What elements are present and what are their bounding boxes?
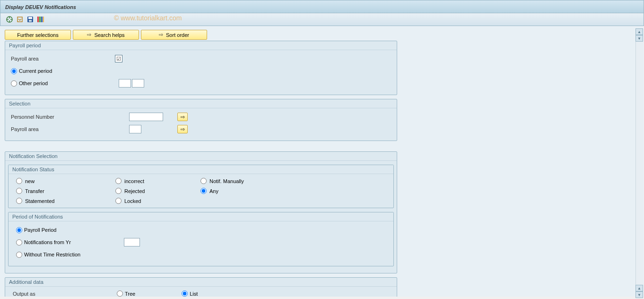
status-statemented-label: Statemented	[25, 198, 54, 204]
other-period-input-1[interactable]	[119, 79, 131, 88]
execute-icon[interactable]	[5, 15, 14, 24]
further-selections-button[interactable]: Further selections	[5, 30, 71, 40]
period-payroll-radio[interactable]	[16, 227, 22, 233]
status-statemented-radio[interactable]	[16, 198, 22, 204]
save-icon[interactable]	[26, 15, 35, 24]
org-structure-icon[interactable]	[36, 15, 45, 24]
selection-group: Selection Personnel Number ⇨ Payroll are…	[5, 99, 397, 141]
personnel-number-label: Personnel Number	[11, 114, 129, 120]
status-transfer-label: Transfer	[25, 188, 44, 194]
personnel-number-multiple-button[interactable]: ⇨	[177, 113, 188, 121]
search-helps-button[interactable]: ⇨ Search helps	[73, 30, 139, 40]
search-helps-label: Search helps	[94, 32, 124, 38]
other-period-radio[interactable]	[11, 80, 17, 87]
status-any-radio[interactable]	[200, 188, 207, 194]
period-without-restriction-label: Without Time Restriction	[24, 252, 80, 257]
selection-title: Selection	[5, 99, 397, 108]
status-new-label: new	[25, 178, 35, 184]
status-locked-label: Locked	[124, 198, 141, 204]
output-tree-radio[interactable]	[117, 290, 123, 297]
period-of-notifications-group: Period of Notifications Payroll Period N…	[8, 212, 394, 266]
period-from-yr-label: Notifications from Yr	[24, 239, 71, 245]
other-period-input-2[interactable]	[132, 79, 144, 88]
svg-rect-9	[37, 17, 39, 22]
arrow-right-icon: ⇨	[181, 126, 185, 132]
additional-data-group: Additional data Output as Tree List	[5, 277, 397, 297]
svg-rect-11	[41, 17, 43, 22]
period-payroll-label: Payroll Period	[24, 227, 56, 233]
page-title: Display DEUEV Notifications	[5, 4, 76, 10]
selection-payroll-area-label: Payroll area	[11, 126, 129, 132]
period-from-yr-radio[interactable]	[16, 239, 22, 246]
status-transfer-radio[interactable]	[16, 188, 22, 194]
selection-payroll-area-input[interactable]	[129, 125, 141, 133]
selection-button-row: Further selections ⇨ Search helps ⇨ Sort…	[5, 30, 397, 40]
notification-selection-group: Notification Selection Notification Stat…	[5, 151, 397, 273]
svg-rect-7	[28, 17, 32, 19]
scroll-down-bottom-button[interactable]: ▼	[635, 291, 643, 298]
status-incorrect-label: incorrect	[124, 178, 144, 184]
svg-rect-12	[43, 17, 44, 22]
sort-order-button[interactable]: ⇨ Sort order	[141, 30, 207, 40]
sort-order-label: Sort order	[166, 32, 189, 38]
scroll-up-bottom-button[interactable]: ▲	[635, 285, 643, 291]
output-list-radio[interactable]	[182, 290, 188, 297]
period-of-notifications-title: Period of Notifications	[9, 212, 393, 221]
notification-selection-title: Notification Selection	[5, 152, 397, 161]
additional-data-title: Additional data	[5, 278, 397, 287]
notifications-from-yr-input[interactable]	[124, 238, 140, 246]
status-rejected-radio[interactable]	[115, 188, 122, 194]
output-tree-label: Tree	[125, 291, 135, 297]
svg-rect-8	[29, 20, 32, 22]
further-selections-label: Further selections	[17, 32, 58, 38]
status-new-radio[interactable]	[16, 178, 22, 184]
payroll-area-multiple-button[interactable]: ⇨	[177, 125, 188, 133]
status-any-label: Any	[209, 188, 218, 194]
notification-status-title: Notification Status	[9, 165, 393, 174]
page-title-bar: Display DEUEV Notifications	[0, 0, 644, 13]
payroll-period-group: Payroll period Payroll area ☑ Current pe…	[5, 41, 397, 95]
status-manually-radio[interactable]	[200, 178, 207, 184]
status-incorrect-radio[interactable]	[115, 178, 122, 184]
arrow-right-icon: ⇨	[159, 32, 163, 38]
arrow-right-icon: ⇨	[181, 114, 185, 120]
scrollbar-track[interactable]	[635, 42, 643, 285]
status-rejected-label: Rejected	[124, 188, 145, 194]
payroll-period-title: Payroll period	[5, 41, 397, 50]
other-period-label: Other period	[19, 80, 48, 86]
scroll-down-top-button[interactable]: ▼	[635, 35, 643, 42]
output-as-label: Output as	[13, 291, 112, 297]
output-list-label: List	[190, 291, 198, 297]
watermark-text: © www.tutorialkart.com	[114, 14, 182, 22]
personnel-number-input[interactable]	[129, 113, 163, 121]
get-variant-icon[interactable]	[16, 15, 24, 24]
period-without-restriction-radio[interactable]	[16, 252, 22, 258]
status-locked-radio[interactable]	[115, 198, 122, 204]
content-area: Further selections ⇨ Search helps ⇨ Sort…	[0, 26, 644, 297]
payroll-area-label: Payroll area	[11, 56, 115, 62]
current-period-label: Current period	[19, 68, 52, 74]
notification-status-group: Notification Status new incorrect Notif.…	[8, 165, 394, 208]
scroll-up-top-button[interactable]: ▲	[635, 28, 643, 35]
arrow-right-icon: ⇨	[87, 32, 91, 38]
payroll-area-checkbox-icon[interactable]: ☑	[115, 55, 122, 62]
status-manually-label: Notif. Manually	[209, 178, 244, 184]
app-toolbar: © www.tutorialkart.com	[0, 13, 644, 26]
current-period-radio[interactable]	[11, 68, 17, 74]
svg-rect-10	[39, 17, 41, 22]
svg-rect-5	[17, 17, 22, 22]
